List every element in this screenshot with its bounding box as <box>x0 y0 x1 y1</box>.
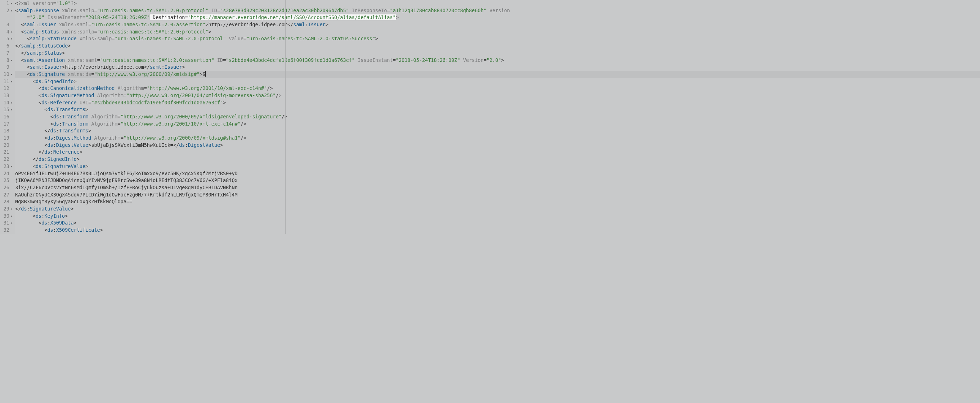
fold-toggle[interactable]: ▾ <box>10 205 15 213</box>
tag-token: X509Data <box>51 220 74 225</box>
line-number: 12 <box>0 85 10 92</box>
punct-token: : <box>185 142 188 148</box>
fold-toggle[interactable]: ▾ <box>10 35 15 43</box>
fold-toggle[interactable]: ▾ <box>10 57 15 64</box>
tag-token: Reference <box>53 149 80 155</box>
code-line[interactable]: <ds:Signature xmlns:ds="http://www.w3.or… <box>15 71 980 78</box>
punct-token: < <box>15 8 18 13</box>
punct-token: > <box>80 149 83 155</box>
code-line[interactable]: <ds:SignatureMethod Algorithm="http://ww… <box>15 92 980 99</box>
code-line[interactable]: KAUuhzrONyUCX3OgX4SdqV7PLcDYiWg1dOwFocFz… <box>15 192 980 198</box>
punct-token: > <box>74 220 77 225</box>
code-area[interactable]: <?xml version="1.0"?><samlp:Response xml… <box>15 0 980 234</box>
fold-toggle <box>10 85 15 92</box>
code-editor[interactable]: 1234567891011121314151617181920212223242… <box>0 0 980 234</box>
tag-token: Issuer <box>308 22 326 27</box>
code-line[interactable]: <ds:Transform Algorithm="http://www.w3.o… <box>15 113 980 121</box>
attr-token: xmlns <box>62 29 77 35</box>
code-line[interactable]: 3ix//CZF6cOVcsVYtNn6sMdIQmfy1OmSb+/IzfFF… <box>15 184 980 192</box>
line-number: 11 <box>0 78 10 85</box>
code-line[interactable]: <ds:Transform Algorithm="http://www.w3.o… <box>15 121 980 128</box>
code-line[interactable]: </ds:SignatureValue> <box>15 205 980 213</box>
code-line[interactable]: <?xml version="1.0"?> <box>15 0 980 7</box>
code-line[interactable]: <ds:Transforms> <box>15 106 980 113</box>
tag-token: StatusCode <box>38 43 68 49</box>
code-line[interactable]: <ds:DigestMethod Algorithm="http://www.w… <box>15 135 980 142</box>
val-token: "2018-05-24T18:26:09Z" <box>85 14 150 20</box>
code-line[interactable]: </ds:SignedInfo> <box>15 156 980 163</box>
code-line[interactable]: <ds:X509Certificate> <box>15 227 980 234</box>
val-token: "2.0" <box>30 14 45 20</box>
punct-token: : <box>47 92 50 98</box>
code-line[interactable]: <saml:Issuer xmlns:saml="urn:oasis:names… <box>15 21 980 29</box>
val-token: "s2bbde4e43bdc4dcfa19e6f00f309fcd1d0a676… <box>226 57 355 63</box>
fold-toggle[interactable]: ▾ <box>10 7 15 14</box>
code-line[interactable]: <ds:SignatureValue> <box>15 163 980 170</box>
attr-token: ds <box>85 71 91 77</box>
fold-toggle <box>10 14 15 21</box>
fold-toggle[interactable]: ▾ <box>10 99 15 106</box>
code-line[interactable]: <ds:DigestValue>sbUjaBjsSXWcxfi3mM5hwXuU… <box>15 142 980 149</box>
punct-token: http://everbridge.idpee.com <box>65 64 144 70</box>
code-line[interactable]: Ng8B3mW4gmRyXy56qyaGcLoxgkZHfKkMoQlOpA== <box>15 198 980 205</box>
punct-token <box>115 85 118 91</box>
fold-toggle[interactable]: ▾ <box>10 29 15 36</box>
fold-toggle[interactable]: ▾ <box>10 163 15 170</box>
line-number: 20 <box>0 142 10 149</box>
val-token: "1.0" <box>56 0 71 6</box>
punct-token: : <box>74 22 77 27</box>
punct-token <box>208 8 212 13</box>
code-line[interactable]: </ds:Reference> <box>15 149 980 156</box>
code-line[interactable]: <saml:Issuer>http://everbridge.idpee.com… <box>15 64 980 71</box>
punct-token: > <box>375 36 378 41</box>
punct-token: : <box>36 22 38 27</box>
fold-toggle[interactable]: ▾ <box>10 106 15 113</box>
val-token: "http://www.w3.org/2000/09/xmldsig#sha1" <box>124 135 240 141</box>
code-line[interactable]: <saml:Assertion xmlns:saml="urn:oasis:na… <box>15 57 980 64</box>
code-line[interactable]: <ds:SignedInfo> <box>15 78 980 85</box>
fold-toggle <box>10 43 15 50</box>
code-line[interactable]: ="2.0" IssueInstant="2018-05-24T18:26:09… <box>15 14 980 21</box>
punct-token: sbUjaBjsSXWcxfi3mM5hwXuUIck= <box>91 142 173 148</box>
val-token: "http://www.w3.org/2001/10/xml-exc-c14n#… <box>147 85 267 91</box>
code-line[interactable]: </samlp:Status> <box>15 50 980 57</box>
line-number: 17 <box>0 121 10 128</box>
code-line[interactable]: </samlp:StatusCode> <box>15 43 980 50</box>
tag-token: Reference <box>51 100 77 105</box>
punct-token: = <box>387 8 390 13</box>
punct-token: /> <box>267 85 273 91</box>
code-line[interactable]: oPv4EGYfJELrwUjZ+uH4E67RX0LJjoQsm7vmklFG… <box>15 170 980 178</box>
punct-token: : <box>83 57 85 63</box>
code-line[interactable]: jIKQeA6MRNJFJDMDOqAicnxQuYIvNV9jgF9RrcSw… <box>15 177 980 184</box>
punct-token: </ <box>144 64 150 70</box>
punct-token: KAUuhzrONyUCX3OgX4SdqV7PLcDYiWg1dOwFocFz… <box>15 192 238 198</box>
fold-toggle[interactable]: ▾ <box>10 78 15 85</box>
code-line[interactable]: <ds:KeyInfo> <box>15 213 980 220</box>
code-line[interactable]: <ds:X509Data> <box>15 219 980 227</box>
line-number: 30 <box>0 213 10 220</box>
val-token: "2018-05-24T18:26:09Z" <box>396 57 460 63</box>
punct-token: > <box>88 128 91 133</box>
punct-token: = <box>243 36 247 41</box>
fold-toggle[interactable]: ▾ <box>10 0 15 7</box>
tag-token: SignatureValue <box>44 163 85 169</box>
punct-token: = <box>118 114 121 119</box>
code-line[interactable]: <ds:Reference URI="#s2bbde4e43bdc4dcfa19… <box>15 99 980 106</box>
code-line[interactable]: <samlp:Response xmlns:samlp="urn:oasis:n… <box>15 7 980 14</box>
code-line[interactable]: <ds:CanonicalizationMethod Algorithm="ht… <box>15 85 980 92</box>
fold-toggle <box>10 170 15 178</box>
punct-token: : <box>53 106 56 112</box>
fold-toggle <box>10 21 15 29</box>
fold-toggle[interactable]: ▾ <box>10 71 15 78</box>
punct-token: = <box>97 57 100 63</box>
fold-toggle[interactable]: ▾ <box>10 219 15 227</box>
tag-token: DigestValue <box>56 142 88 148</box>
code-line[interactable]: </ds:Transforms> <box>15 127 980 135</box>
fold-gutter[interactable]: ▾▾▾▾▾▾▾▾▾▾▾▾▾ <box>10 0 15 234</box>
punct-token: = <box>118 121 121 127</box>
code-line[interactable]: <samlp:StatusCode xmlns:samlp="urn:oasis… <box>15 35 980 43</box>
fold-toggle[interactable]: ▾ <box>10 213 15 220</box>
attr-token: Value <box>229 36 243 41</box>
code-line[interactable]: <samlp:Status xmlns:samlp="urn:oasis:nam… <box>15 29 980 36</box>
punct-token: /> <box>240 135 247 141</box>
